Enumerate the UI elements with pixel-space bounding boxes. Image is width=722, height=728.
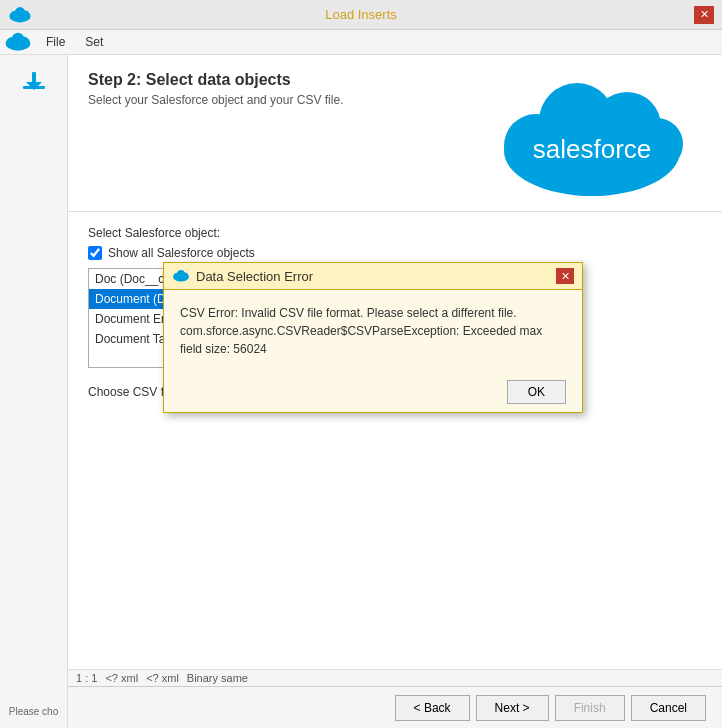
- back-button[interactable]: < Back: [395, 695, 470, 721]
- svg-text:salesforce: salesforce: [533, 134, 652, 164]
- sidebar: Please cho: [0, 55, 68, 728]
- bottom-bar: < Back Next > Finish Cancel: [68, 686, 722, 728]
- sidebar-status-label: Please cho: [7, 704, 60, 719]
- sf-logo-area: salesforce: [482, 71, 702, 201]
- step-header: Step 2: Select data objects Select your …: [68, 55, 722, 212]
- sf-menu-icon: [4, 32, 32, 52]
- dialog-overlay: Data Selection Error ✕ CSV Error: Invali…: [68, 212, 722, 669]
- salesforce-logo: salesforce: [492, 76, 692, 196]
- menu-file[interactable]: File: [40, 33, 71, 51]
- next-button[interactable]: Next >: [476, 695, 549, 721]
- ok-button[interactable]: OK: [507, 380, 566, 404]
- status-binary: Binary same: [187, 672, 248, 684]
- svg-point-3: [21, 10, 30, 19]
- step-subtitle: Select your Salesforce object and your C…: [88, 93, 343, 107]
- cancel-button[interactable]: Cancel: [631, 695, 706, 721]
- step-header-text: Step 2: Select data objects Select your …: [88, 71, 343, 107]
- status-bar: 1 : 1 <? xml <? xml Binary same: [68, 669, 722, 686]
- window-title: Load Inserts: [325, 7, 397, 22]
- window-close-button[interactable]: ✕: [694, 6, 714, 24]
- dialog-body: CSV Error: Invalid CSV file format. Plea…: [164, 290, 582, 372]
- main-layout: Please cho Step 2: Select data objects S…: [0, 55, 722, 728]
- content-panel: Step 2: Select data objects Select your …: [68, 55, 722, 728]
- step-title: Step 2: Select data objects: [88, 71, 343, 89]
- sidebar-download-icon[interactable]: [14, 65, 54, 101]
- status-position: 1 : 1: [76, 672, 97, 684]
- title-bar: Load Inserts ✕: [0, 0, 722, 30]
- dialog-footer: OK: [164, 372, 582, 412]
- menu-set[interactable]: Set: [79, 33, 109, 51]
- dialog-message: CSV Error: Invalid CSV file format. Plea…: [180, 306, 542, 356]
- dialog-close-button[interactable]: ✕: [556, 268, 574, 284]
- content-body: Select Salesforce object: Show all Sales…: [68, 212, 722, 669]
- status-xml1: <? xml: [105, 672, 138, 684]
- finish-button[interactable]: Finish: [555, 695, 625, 721]
- svg-point-7: [19, 37, 29, 47]
- status-xml2: <? xml: [146, 672, 179, 684]
- dialog-sf-icon: [172, 269, 190, 283]
- dialog-title-bar: Data Selection Error ✕: [164, 263, 582, 290]
- dialog-title: Data Selection Error: [196, 269, 313, 284]
- sf-titlebar-icon: [8, 6, 32, 24]
- svg-point-20: [182, 273, 188, 279]
- menu-bar: File Set: [0, 30, 722, 55]
- error-dialog: Data Selection Error ✕ CSV Error: Invali…: [163, 262, 583, 413]
- sidebar-bottom: Please cho: [7, 704, 60, 728]
